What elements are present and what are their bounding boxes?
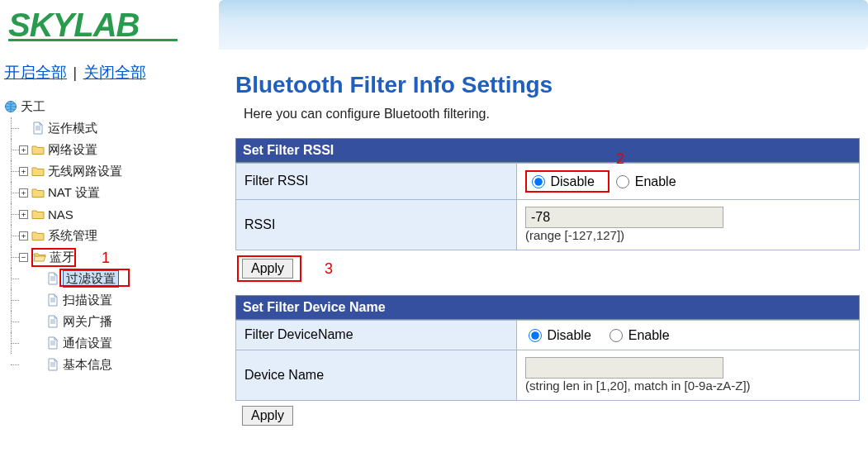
page-icon [46,336,59,350]
tree-item-network-settings[interactable]: + 网络设置 [4,139,219,160]
nav-tree: 天工 运作模式 + 网络设置 + 无线网路设置 [4,96,219,375]
devname-label: Device Name [236,350,517,400]
close-all-link[interactable]: 关闭全部 [83,64,146,81]
folder-open-icon [33,250,46,264]
page-subtitle: Here you can configure Bluetooth filteri… [244,107,860,121]
filter-devname-disable-radio[interactable] [529,329,542,342]
sidebar: 开启全部 | 关闭全部 天工 运作模式 + 网络设置 [0,54,219,434]
tree-item-basic-info[interactable]: 基本信息 [4,354,219,375]
page-icon [46,315,59,328]
rssi-label: RSSI [236,199,517,250]
expander-icon[interactable]: + [19,167,28,176]
section-header-devname: Set Filter Device Name [235,295,860,320]
tree-item-wireless-settings[interactable]: + 无线网路设置 [4,160,219,182]
expander-icon[interactable]: + [19,145,28,155]
rssi-hint: (range [-127,127]) [525,228,624,242]
expander-icon[interactable]: + [19,231,28,241]
page-title: Bluetooth Filter Info Settings [235,72,860,98]
header-gradient-bar [219,0,868,50]
tree-item-system-admin[interactable]: + 系统管理 [4,225,219,246]
open-all-link[interactable]: 开启全部 [4,64,67,81]
filter-devname-enable-radio[interactable] [609,329,623,342]
page-icon [46,272,59,285]
tree-item-nat-settings[interactable]: + NAT 设置 [4,182,219,203]
logo: SKYLAB [0,0,219,54]
content-area: Bluetooth Filter Info Settings Here you … [219,54,868,434]
folder-icon [31,207,45,221]
filter-rssi-disable-radio[interactable] [532,175,545,188]
tree-root[interactable]: 天工 [4,96,219,117]
devname-hint: (string len in [1,20], match in [0-9a-zA… [525,379,751,393]
rssi-input[interactable] [525,207,723,228]
page-icon [46,293,59,307]
filter-rssi-enable-radio[interactable] [616,175,629,188]
tree-item-scan-settings[interactable]: 扫描设置 [4,289,219,311]
collapser-icon[interactable]: − [19,253,28,262]
filter-devname-label: Filter DeviceName [236,320,517,350]
filter-rssi-label: Filter RSSI [236,164,517,200]
tree-item-bluetooth[interactable]: − 蓝牙 1 [4,246,219,268]
folder-icon [31,186,45,199]
expander-icon[interactable]: + [19,210,28,219]
globe-icon [4,100,17,113]
apply-devname-button[interactable]: Apply [242,406,293,426]
tree-item-operation-mode[interactable]: 运作模式 [4,117,219,139]
folder-icon [31,164,45,178]
annotation-3: 3 [325,260,333,278]
devname-table: Filter DeviceName Disable Enable Device … [235,320,860,401]
tree-item-comm-settings[interactable]: 通信设置 [4,332,219,354]
page-icon [46,358,59,371]
annotation-2: 2 [616,150,624,168]
tree-item-filter-settings[interactable]: 过滤设置 [4,268,219,289]
expander-icon[interactable]: + [19,188,28,198]
folder-icon [31,229,45,242]
tree-item-gateway-broadcast[interactable]: 网关广播 [4,311,219,332]
tree-controls: 开启全部 | 关闭全部 [4,62,219,83]
section-header-rssi: Set Filter RSSI [235,138,860,163]
devname-input[interactable] [525,357,723,379]
rssi-table: Filter RSSI Disable Enable 2 RSSI (range… [235,163,860,250]
annotation-1: 1 [102,250,110,267]
page-icon [31,121,45,135]
folder-icon [31,143,45,156]
tree-item-nas[interactable]: + NAS [4,203,219,225]
